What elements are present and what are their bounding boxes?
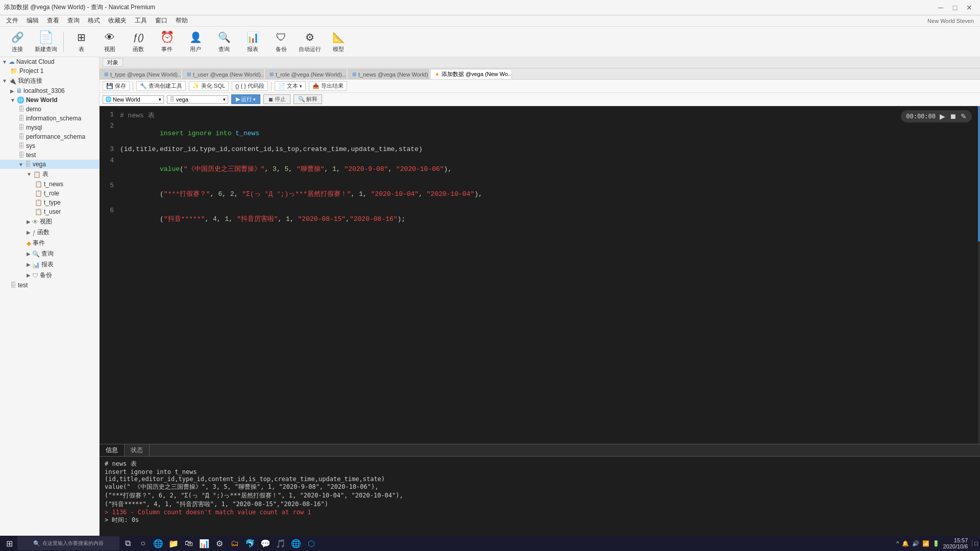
tab-t-role[interactable]: ⊞ t_role @vega (New World)... × <box>265 69 347 79</box>
taskbar-powerpoint-icon[interactable]: 📊 <box>197 536 211 550</box>
taskbar-wechat-icon[interactable]: 💬 <box>258 536 273 550</box>
menu-format[interactable]: 格式 <box>84 15 104 26</box>
sidebar-information-schema[interactable]: 🗄 information_schema <box>0 114 99 123</box>
sidebar-reports-group[interactable]: ▶ 📊 报表 <box>0 259 99 270</box>
taskview-button[interactable]: ⧉ <box>120 536 135 550</box>
cortana-icon[interactable]: ○ <box>136 536 150 550</box>
taskbar-store-icon[interactable]: 🛍 <box>182 536 196 550</box>
sidebar-performance-schema[interactable]: 🗄 performance_schema <box>0 132 99 141</box>
sidebar-t-user[interactable]: 📋 t_user <box>0 207 99 216</box>
taskbar-ie-icon[interactable]: 🌐 <box>151 536 165 550</box>
menu-file[interactable]: 文件 <box>2 15 22 26</box>
explain-button[interactable]: 🔍 解释 <box>293 94 322 104</box>
tab-t-user[interactable]: ⊞ t_user @vega (New World)... × <box>182 69 264 79</box>
toolbar-backup[interactable]: 🛡 备份 <box>268 29 295 55</box>
menu-view[interactable]: 查看 <box>43 15 63 26</box>
toolbar-connect[interactable]: 🔗 连接 <box>4 29 31 55</box>
sidebar-queries-group[interactable]: ▶ 🔍 查询 <box>0 248 99 259</box>
beautify-sql-button[interactable]: ✨ 美化 SQL <box>189 81 229 91</box>
code-snippet-label: { } 代码段 <box>240 82 264 90</box>
result-panel: 信息 状态 # news 表 insert ignore into t_news… <box>100 444 980 536</box>
sidebar-mysql[interactable]: 🗄 mysql <box>0 123 99 132</box>
systray-notification: 🔔 <box>902 540 909 547</box>
timer-edit-button[interactable]: ✎ <box>961 112 967 120</box>
menu-favorites[interactable]: 收藏夹 <box>104 15 131 26</box>
menu-tools[interactable]: 工具 <box>131 15 151 26</box>
result-tab-status[interactable]: 状态 <box>125 444 150 456</box>
sidebar-queries-label: 查询 <box>41 249 54 258</box>
code-snippet-button[interactable]: {} { } 代码段 <box>232 81 268 91</box>
taskbar-chrome-icon[interactable]: 🌐 <box>289 536 303 550</box>
connection-dropdown-icon: ▾ <box>159 97 161 102</box>
search-bar[interactable]: 🔍 在这里输入你要搜索的内容 <box>17 536 119 550</box>
sidebar-test2[interactable]: 🗄 test <box>0 281 99 290</box>
taskbar-navicat-icon[interactable]: 🐬 <box>243 536 257 550</box>
menu-help[interactable]: 帮助 <box>172 15 192 26</box>
show-desktop-button[interactable]: □ <box>972 540 978 546</box>
minimize-button[interactable]: ─ <box>934 3 947 13</box>
sidebar-new-world[interactable]: ▼ 🌐 New World <box>0 95 99 105</box>
maximize-button[interactable]: □ <box>948 3 962 13</box>
sidebar-tables-group[interactable]: ▼ 📋 表 <box>0 169 99 180</box>
toolbar-table[interactable]: ⊞ 表 <box>68 29 94 55</box>
taskbar-clock[interactable]: 15:57 2020/10/6 <box>943 537 968 549</box>
toolbar-autorun[interactable]: ⚙ 自动运行 <box>297 29 323 55</box>
run-button[interactable]: ▶ 运行 ▾ <box>231 94 260 104</box>
toolbar-view[interactable]: 👁 视图 <box>96 29 123 55</box>
sidebar-project1[interactable]: 📁 Project 1 <box>0 66 99 76</box>
result-error: > 1136 - Column count doesn't match valu… <box>105 509 975 516</box>
sidebar-t-role[interactable]: 📋 t_role <box>0 189 99 198</box>
object-tab[interactable]: 对象 <box>103 58 123 67</box>
text-button[interactable]: 📄 文本 ▾ <box>275 81 306 91</box>
sidebar-backups-group[interactable]: ▶ 🛡 备份 <box>0 270 99 281</box>
timer-stop-button[interactable]: ⏹ <box>949 112 957 120</box>
taskbar-vscode-icon[interactable]: ⬡ <box>304 536 318 550</box>
systray-network[interactable]: 📶 <box>922 540 929 547</box>
toolbar-new-query[interactable]: 📄 新建查询 <box>33 29 59 55</box>
query-builder-button[interactable]: 🔧 查询创建工具 <box>136 81 186 91</box>
code-editor[interactable]: 1 # news 表 2 insert ignore into t_news 3… <box>100 106 980 444</box>
sidebar-vega[interactable]: ▼ 🗄 vega <box>0 160 99 169</box>
export-result-button[interactable]: 📤 导出结果 <box>309 81 347 91</box>
tab-add-data[interactable]: ★ 添加数据 @vega (New Wo... × <box>430 69 512 79</box>
taskbar-explorer-icon[interactable]: 🗂 <box>228 536 242 550</box>
sidebar-demo[interactable]: 🗄 demo <box>0 105 99 114</box>
sidebar-t-news[interactable]: 📋 t_news <box>0 180 99 189</box>
sidebar-project1-label: Project 1 <box>19 67 43 74</box>
sidebar-functions-group[interactable]: ▶ ƒ 函数 <box>0 227 99 238</box>
timer-play-button[interactable]: ▶ <box>940 112 945 120</box>
sidebar-sys[interactable]: 🗄 sys <box>0 141 99 151</box>
stop-button[interactable]: ⏹ 停止 <box>263 94 290 104</box>
content-header-bar: 对象 <box>100 57 980 68</box>
sidebar-localhost[interactable]: ▶ 🖥 localhost_3306 <box>0 86 99 95</box>
sidebar-test[interactable]: 🗄 test <box>0 151 99 160</box>
taskbar-folder-icon[interactable]: 📁 <box>166 536 181 550</box>
sidebar-t-type[interactable]: 📋 t_type <box>0 198 99 207</box>
sidebar-my-connections[interactable]: ▼ 🔌 我的连接 <box>0 76 99 86</box>
close-button[interactable]: ✕ <box>963 3 976 13</box>
start-button[interactable]: ⊞ <box>2 536 16 550</box>
taskbar-settings-icon[interactable]: ⚙ <box>212 536 227 550</box>
save-button[interactable]: 💾 保存 <box>103 81 130 91</box>
toolbar-report[interactable]: 📊 报表 <box>239 29 266 55</box>
expand-icon: ▼ <box>2 59 7 65</box>
menu-query[interactable]: 查询 <box>63 15 84 26</box>
connection-selector[interactable]: 🌐 New World ▾ <box>103 95 164 104</box>
toolbar-user[interactable]: 👤 用户 <box>182 29 209 55</box>
toolbar-event[interactable]: ⏰ 事件 <box>154 29 180 55</box>
toolbar-model[interactable]: 📐 模型 <box>325 29 352 55</box>
database-selector[interactable]: 🗄 vega ▾ <box>167 95 228 104</box>
tab-t-news[interactable]: ⊞ t_news @vega (New World)... × <box>348 69 429 79</box>
sidebar-navicat-cloud[interactable]: ▼ ☁ Navicat Cloud <box>0 57 99 66</box>
toolbar-function[interactable]: ƒ() 函数 <box>125 29 152 55</box>
toolbar-query[interactable]: 🔍 查询 <box>211 29 237 55</box>
menu-edit[interactable]: 编辑 <box>22 15 43 26</box>
sidebar-events-group[interactable]: ◆ 事件 <box>0 238 99 248</box>
menu-window[interactable]: 窗口 <box>151 15 172 26</box>
systray-speaker[interactable]: 🔊 <box>912 540 919 547</box>
tab-t-type[interactable]: ⊞ t_type @vega (New World)... × <box>100 69 181 79</box>
sidebar-views-group[interactable]: ▶ 👁 视图 <box>0 216 99 227</box>
result-tab-info[interactable]: 信息 <box>100 444 125 456</box>
systray-expand[interactable]: ^ <box>896 540 899 546</box>
taskbar-netease-icon[interactable]: 🎵 <box>274 536 288 550</box>
